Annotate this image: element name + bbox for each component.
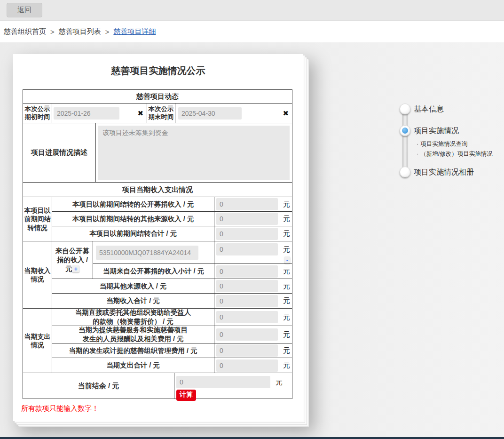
bullet-icon: · [417,151,418,157]
stepper-track [402,109,408,176]
step-photo-album-circle-icon[interactable] [400,167,410,177]
step-implementation[interactable]: 项目实施情况 [414,126,459,136]
bullet-icon: · [417,141,418,147]
income-public-amount-input[interactable] [216,243,278,255]
progress-desc-label: 项目进展情况描述 [23,123,96,182]
table-row: 当期来自公开募捐的收入小计 / 元 元 [93,264,292,279]
carryover-total-label: 本项目以前期间结转合计 / 元 [52,226,214,241]
unit-yuan: 元 [283,282,290,291]
period-end-input[interactable] [178,107,242,120]
breadcrumb-project-list[interactable]: 慈善项目列表 [59,27,101,36]
table-row: 当期直接或委托其他组织资助给受益人的款物（物资需折价） / 元 元 [52,309,292,326]
org-code-cell [93,241,214,263]
substep-implementation-edit[interactable]: ·（新增/修改）项目实施情况 [417,150,493,158]
balance-row: 当前结余 / 元 元 计算 [23,373,292,399]
breadcrumb-separator: > [50,28,55,36]
numeric-only-warning: 所有款项只能输入数字！ [21,404,303,413]
expense-admin-label: 当期的发生或计提的慈善组织管理费用 / 元 [52,343,214,358]
carryover-public-label: 本项目以前期间结转的公开募捐收入 / 元 [52,197,214,211]
clear-start-date-icon[interactable]: ✖ [137,109,143,118]
table-row: 当期支出合计 / 元 元 [52,358,292,373]
carryover-section: 本项目以前期间结转情况 本项目以前期间结转的公开募捐收入 / 元 元 本项目以前… [23,197,292,241]
unit-yuan: 元 [283,215,290,223]
unit-yuan: 元 [283,296,290,305]
add-income-row-button[interactable]: + [72,265,79,272]
table-row: 本项目以前期间结转的其他来源收入 / 元 元 [52,212,292,226]
expense-admin-input[interactable] [216,344,278,357]
income-total-input[interactable] [216,295,278,307]
expense-section: 当期支出情况 当期直接或委托其他组织资助给受益人的款物（物资需折价） / 元 元… [23,309,292,373]
balance-cell: 元 计算 [174,373,292,399]
org-code-input[interactable] [96,246,198,260]
carryover-other-label: 本项目以前期间结转的其他来源收入 / 元 [52,212,214,226]
unit-yuan: 元 [283,245,290,254]
expense-aid-input[interactable] [216,311,278,323]
income-subtotal-input[interactable] [216,265,278,278]
unit-yuan: 元 [276,378,283,387]
income-other-label: 当期其他来源收入 / 元 [52,279,214,293]
period-end-label: 本次公示期末时间 [147,104,175,123]
period-start-cell: ✖ [52,104,147,123]
section-header-income-expense: 项目当期收入支出情况 [23,183,292,197]
income-public-block: 来自公开募捐的收入 / 元+ 元 - [52,241,292,279]
expense-group-label: 当期支出情况 [23,309,52,373]
income-public-amount-cell: 元 - [214,241,292,263]
income-subtotal-label: 当期来自公开募捐的收入小计 / 元 [93,264,214,279]
unit-yuan: 元 [283,267,290,276]
expense-staff-input[interactable] [216,328,278,341]
unit-yuan: 元 [283,313,290,322]
top-bar: 返回 [0,0,504,21]
progress-desc-cell: 该项目还未筹集到资金 [96,123,292,182]
income-section: 当期收入情况 来自公开募捐的收入 / 元+ 元 [23,241,292,309]
period-start-input[interactable] [54,107,119,120]
step-navigator: 基本信息 项目实施情况 ·项目实施情况查询 ·（新增/修改）项目实施情况 项目实… [400,104,504,184]
step-basic-info[interactable]: 基本信息 [414,104,444,114]
table-row: 本项目以前期间结转的公开募捐收入 / 元 元 [52,197,292,212]
balance-label: 当前结余 / 元 [23,373,174,399]
main-area: 慈善项目实施情况公示 慈善项目动态 本次公示期初时间 ✖ 本次公示期末时间 ✖ … [0,42,504,437]
progress-desc-textarea[interactable]: 该项目还未筹集到资金 [98,126,290,180]
unit-yuan: 元 [283,330,290,339]
expense-staff-label: 当期为提供慈善服务和实施慈善项目发生的人员报酬以及相关费用 / 元 [52,326,214,343]
step-photo-album[interactable]: 项目实施情况相册 [414,168,474,177]
clear-end-date-icon[interactable]: ✖ [283,109,289,118]
income-public-label: 来自公开募捐的收入 / 元+ [52,241,93,279]
bottom-border-bar [0,437,504,439]
breadcrumb: 慈善组织首页 > 慈善项目列表 > 慈善项目详细 [0,21,504,42]
unit-yuan: 元 [283,361,290,370]
substep-implementation-query[interactable]: ·项目实施情况查询 [417,140,467,148]
carryover-total-input[interactable] [216,228,278,240]
balance-input[interactable] [176,376,270,388]
disclosure-form-card: 慈善项目实施情况公示 慈善项目动态 本次公示期初时间 ✖ 本次公示期末时间 ✖ … [13,54,303,421]
form-title: 慈善项目实施情况公示 [13,54,303,77]
expense-aid-label: 当期直接或委托其他组织资助给受益人的款物（物资需折价） / 元 [52,309,214,326]
income-group-label: 当期收入情况 [23,241,52,308]
calculate-button[interactable]: 计算 [176,390,196,401]
disclosure-table: 慈善项目动态 本次公示期初时间 ✖ 本次公示期末时间 ✖ 项目进展情况描述 该项… [23,89,292,399]
table-row: 当期为提供慈善服务和实施慈善项目发生的人员报酬以及相关费用 / 元 元 [52,326,292,343]
breadcrumb-project-detail[interactable]: 慈善项目详细 [114,27,156,36]
table-row: 本项目以前期间结转合计 / 元 元 [52,226,292,241]
breadcrumb-home[interactable]: 慈善组织首页 [4,27,46,36]
step-implementation-circle-icon[interactable] [400,125,410,136]
expense-total-input[interactable] [216,359,278,372]
unit-yuan: 元 [283,229,290,238]
back-button[interactable]: 返回 [7,3,42,17]
unit-yuan: 元 [283,200,290,209]
unit-yuan: 元 [283,346,290,355]
income-public-row: 元 - [93,241,292,264]
table-row: 当期其他来源收入 / 元 元 [52,279,292,294]
carryover-other-input[interactable] [216,213,278,225]
income-other-input[interactable] [216,280,278,292]
step-basic-info-circle-icon[interactable] [400,104,410,114]
carryover-public-input[interactable] [216,198,278,210]
expense-total-label: 当期支出合计 / 元 [52,358,214,373]
period-start-label: 本次公示期初时间 [23,104,52,123]
remove-income-row-button[interactable]: - [284,256,290,263]
table-row: 当期的发生或计提的慈善组织管理费用 / 元 元 [52,343,292,358]
breadcrumb-separator: > [105,28,110,36]
period-end-cell: ✖ [175,104,292,123]
section-header-dynamics: 慈善项目动态 [23,90,292,103]
income-total-label: 当期收入合计 / 元 [52,294,214,308]
carryover-group-label: 本项目以前期间结转情况 [23,197,52,241]
